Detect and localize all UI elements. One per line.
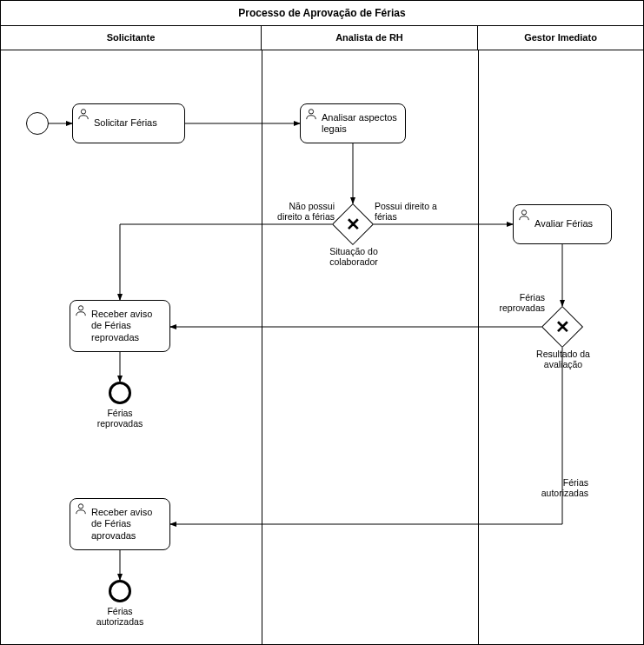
end-event-reprovadas-label: Férias reprovadas <box>92 408 148 429</box>
user-icon <box>305 108 317 120</box>
task-label: Receber aviso de Férias reprovadas <box>91 309 164 343</box>
flow-label-autorizadas: Férias autorizadas <box>526 477 588 498</box>
lane-divider-1 <box>262 50 262 644</box>
task-label: Receber aviso de Férias aprovadas <box>91 507 164 542</box>
task-receber-aprovadas: Receber aviso de Férias aprovadas <box>70 498 170 550</box>
user-icon <box>77 108 90 120</box>
user-icon <box>75 304 87 316</box>
user-icon <box>75 502 87 515</box>
user-icon <box>518 209 530 221</box>
svg-point-4 <box>78 504 83 509</box>
x-icon: ✕ <box>548 312 577 342</box>
task-analisar-aspectos: Analisar aspectos legais <box>300 103 406 143</box>
end-event-reprovadas <box>109 382 131 404</box>
lane-header-gestor: Gestor Imediato <box>478 25 643 50</box>
flow-label-nao-possui: Não possui direito a férias <box>263 201 335 222</box>
lane-header-solicitante: Solicitante <box>1 25 262 50</box>
gateway-situacao: ✕ <box>338 209 368 239</box>
task-label: Analisar aspectos legais <box>322 112 400 135</box>
end-event-autorizadas <box>109 580 131 602</box>
start-event <box>26 112 49 135</box>
task-label: Avaliar Férias <box>534 218 593 229</box>
svg-point-1 <box>309 110 313 114</box>
lane-header-analista: Analista de RH <box>262 25 478 50</box>
task-receber-reprovadas: Receber aviso de Férias reprovadas <box>70 300 170 352</box>
task-solicitar-ferias: Solicitar Férias <box>72 103 185 143</box>
flow-label-possui: Possui direito a férias <box>375 201 441 222</box>
gateway-resultado: ✕ <box>548 312 577 342</box>
end-event-autorizadas-label: Férias autorizadas <box>92 606 148 627</box>
task-avaliar-ferias: Avaliar Férias <box>513 204 612 244</box>
bpmn-diagram: Processo de Aprovação de Férias Solicita… <box>0 0 644 645</box>
gateway-resultado-label: Resultado da avaliação <box>527 349 600 369</box>
task-label: Solicitar Férias <box>94 117 157 129</box>
x-icon: ✕ <box>338 209 368 239</box>
flow-label-reprovadas: Férias reprovadas <box>488 292 545 313</box>
svg-point-2 <box>521 210 526 215</box>
gateway-situacao-label: Situação do colaborador <box>322 246 385 267</box>
lane-divider-2 <box>478 50 479 644</box>
svg-point-3 <box>78 306 83 310</box>
lane-header-row: Solicitante Analista de RH Gestor Imedia… <box>1 25 643 50</box>
svg-point-0 <box>81 110 85 114</box>
pool-title: Processo de Aprovação de Férias <box>1 1 643 26</box>
